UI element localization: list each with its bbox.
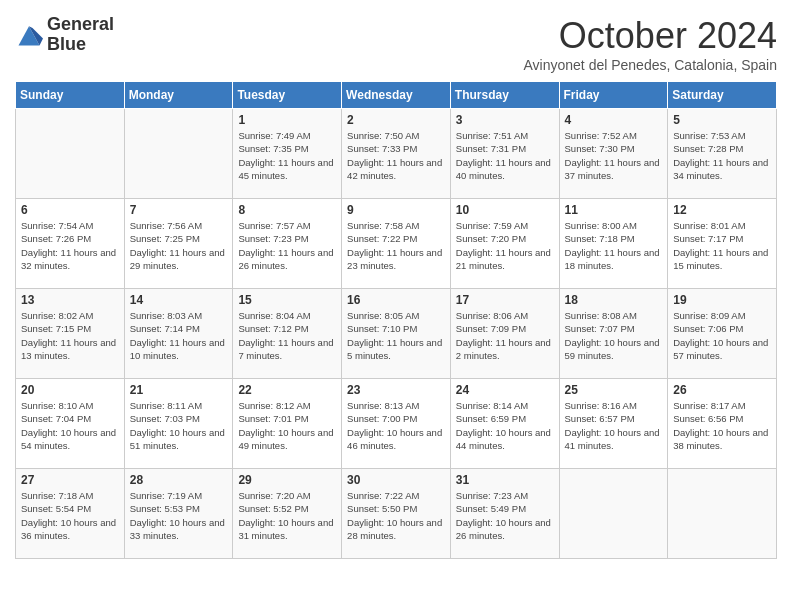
- calendar-cell: 9Sunrise: 7:58 AMSunset: 7:22 PMDaylight…: [342, 199, 451, 289]
- day-number: 6: [21, 203, 119, 217]
- day-number: 17: [456, 293, 554, 307]
- logo-icon: [15, 21, 43, 49]
- calendar-cell: [124, 109, 233, 199]
- day-number: 18: [565, 293, 663, 307]
- calendar-cell: 16Sunrise: 8:05 AMSunset: 7:10 PMDayligh…: [342, 289, 451, 379]
- day-info: Sunrise: 8:08 AMSunset: 7:07 PMDaylight:…: [565, 309, 663, 362]
- calendar-cell: 29Sunrise: 7:20 AMSunset: 5:52 PMDayligh…: [233, 469, 342, 559]
- day-number: 19: [673, 293, 771, 307]
- day-number: 24: [456, 383, 554, 397]
- day-number: 26: [673, 383, 771, 397]
- calendar-cell: 8Sunrise: 7:57 AMSunset: 7:23 PMDaylight…: [233, 199, 342, 289]
- logo-text: General Blue: [47, 15, 114, 55]
- day-info: Sunrise: 7:58 AMSunset: 7:22 PMDaylight:…: [347, 219, 445, 272]
- day-info: Sunrise: 7:52 AMSunset: 7:30 PMDaylight:…: [565, 129, 663, 182]
- day-number: 28: [130, 473, 228, 487]
- calendar-week-5: 27Sunrise: 7:18 AMSunset: 5:54 PMDayligh…: [16, 469, 777, 559]
- day-info: Sunrise: 7:23 AMSunset: 5:49 PMDaylight:…: [456, 489, 554, 542]
- day-info: Sunrise: 7:56 AMSunset: 7:25 PMDaylight:…: [130, 219, 228, 272]
- day-number: 22: [238, 383, 336, 397]
- calendar-cell: 18Sunrise: 8:08 AMSunset: 7:07 PMDayligh…: [559, 289, 668, 379]
- calendar-cell: 5Sunrise: 7:53 AMSunset: 7:28 PMDaylight…: [668, 109, 777, 199]
- day-number: 4: [565, 113, 663, 127]
- title-block: October 2024 Avinyonet del Penedes, Cata…: [524, 15, 777, 73]
- calendar-cell: 26Sunrise: 8:17 AMSunset: 6:56 PMDayligh…: [668, 379, 777, 469]
- day-info: Sunrise: 7:57 AMSunset: 7:23 PMDaylight:…: [238, 219, 336, 272]
- day-number: 5: [673, 113, 771, 127]
- calendar-cell: 22Sunrise: 8:12 AMSunset: 7:01 PMDayligh…: [233, 379, 342, 469]
- calendar-cell: 23Sunrise: 8:13 AMSunset: 7:00 PMDayligh…: [342, 379, 451, 469]
- column-header-wednesday: Wednesday: [342, 82, 451, 109]
- day-number: 15: [238, 293, 336, 307]
- calendar-cell: [16, 109, 125, 199]
- calendar-cell: 14Sunrise: 8:03 AMSunset: 7:14 PMDayligh…: [124, 289, 233, 379]
- day-number: 30: [347, 473, 445, 487]
- calendar-cell: 3Sunrise: 7:51 AMSunset: 7:31 PMDaylight…: [450, 109, 559, 199]
- calendar-cell: 11Sunrise: 8:00 AMSunset: 7:18 PMDayligh…: [559, 199, 668, 289]
- day-number: 7: [130, 203, 228, 217]
- day-number: 10: [456, 203, 554, 217]
- day-info: Sunrise: 7:53 AMSunset: 7:28 PMDaylight:…: [673, 129, 771, 182]
- calendar-cell: [668, 469, 777, 559]
- day-number: 16: [347, 293, 445, 307]
- column-header-friday: Friday: [559, 82, 668, 109]
- day-number: 13: [21, 293, 119, 307]
- day-number: 3: [456, 113, 554, 127]
- calendar-cell: 24Sunrise: 8:14 AMSunset: 6:59 PMDayligh…: [450, 379, 559, 469]
- calendar-cell: 19Sunrise: 8:09 AMSunset: 7:06 PMDayligh…: [668, 289, 777, 379]
- day-number: 27: [21, 473, 119, 487]
- calendar-cell: 13Sunrise: 8:02 AMSunset: 7:15 PMDayligh…: [16, 289, 125, 379]
- day-info: Sunrise: 8:04 AMSunset: 7:12 PMDaylight:…: [238, 309, 336, 362]
- calendar-table: SundayMondayTuesdayWednesdayThursdayFrid…: [15, 81, 777, 559]
- day-number: 1: [238, 113, 336, 127]
- calendar-cell: 10Sunrise: 7:59 AMSunset: 7:20 PMDayligh…: [450, 199, 559, 289]
- calendar-cell: 28Sunrise: 7:19 AMSunset: 5:53 PMDayligh…: [124, 469, 233, 559]
- calendar-cell: 27Sunrise: 7:18 AMSunset: 5:54 PMDayligh…: [16, 469, 125, 559]
- day-number: 29: [238, 473, 336, 487]
- day-number: 23: [347, 383, 445, 397]
- calendar-cell: 12Sunrise: 8:01 AMSunset: 7:17 PMDayligh…: [668, 199, 777, 289]
- day-info: Sunrise: 7:18 AMSunset: 5:54 PMDaylight:…: [21, 489, 119, 542]
- day-info: Sunrise: 8:00 AMSunset: 7:18 PMDaylight:…: [565, 219, 663, 272]
- day-number: 31: [456, 473, 554, 487]
- calendar-cell: 31Sunrise: 7:23 AMSunset: 5:49 PMDayligh…: [450, 469, 559, 559]
- day-info: Sunrise: 7:51 AMSunset: 7:31 PMDaylight:…: [456, 129, 554, 182]
- day-info: Sunrise: 8:12 AMSunset: 7:01 PMDaylight:…: [238, 399, 336, 452]
- day-info: Sunrise: 8:02 AMSunset: 7:15 PMDaylight:…: [21, 309, 119, 362]
- day-info: Sunrise: 7:22 AMSunset: 5:50 PMDaylight:…: [347, 489, 445, 542]
- calendar-week-3: 13Sunrise: 8:02 AMSunset: 7:15 PMDayligh…: [16, 289, 777, 379]
- logo: General Blue: [15, 15, 114, 55]
- calendar-week-1: 1Sunrise: 7:49 AMSunset: 7:35 PMDaylight…: [16, 109, 777, 199]
- day-info: Sunrise: 8:06 AMSunset: 7:09 PMDaylight:…: [456, 309, 554, 362]
- column-header-monday: Monday: [124, 82, 233, 109]
- calendar-cell: [559, 469, 668, 559]
- calendar-week-4: 20Sunrise: 8:10 AMSunset: 7:04 PMDayligh…: [16, 379, 777, 469]
- day-number: 9: [347, 203, 445, 217]
- day-number: 2: [347, 113, 445, 127]
- calendar-cell: 20Sunrise: 8:10 AMSunset: 7:04 PMDayligh…: [16, 379, 125, 469]
- calendar-cell: 30Sunrise: 7:22 AMSunset: 5:50 PMDayligh…: [342, 469, 451, 559]
- column-header-saturday: Saturday: [668, 82, 777, 109]
- day-number: 12: [673, 203, 771, 217]
- day-info: Sunrise: 8:14 AMSunset: 6:59 PMDaylight:…: [456, 399, 554, 452]
- location-subtitle: Avinyonet del Penedes, Catalonia, Spain: [524, 57, 777, 73]
- calendar-header: SundayMondayTuesdayWednesdayThursdayFrid…: [16, 82, 777, 109]
- calendar-cell: 21Sunrise: 8:11 AMSunset: 7:03 PMDayligh…: [124, 379, 233, 469]
- day-info: Sunrise: 8:16 AMSunset: 6:57 PMDaylight:…: [565, 399, 663, 452]
- day-number: 25: [565, 383, 663, 397]
- day-number: 11: [565, 203, 663, 217]
- day-info: Sunrise: 7:49 AMSunset: 7:35 PMDaylight:…: [238, 129, 336, 182]
- column-header-sunday: Sunday: [16, 82, 125, 109]
- column-header-thursday: Thursday: [450, 82, 559, 109]
- day-info: Sunrise: 7:50 AMSunset: 7:33 PMDaylight:…: [347, 129, 445, 182]
- day-info: Sunrise: 7:19 AMSunset: 5:53 PMDaylight:…: [130, 489, 228, 542]
- day-number: 14: [130, 293, 228, 307]
- calendar-cell: 7Sunrise: 7:56 AMSunset: 7:25 PMDaylight…: [124, 199, 233, 289]
- day-info: Sunrise: 7:20 AMSunset: 5:52 PMDaylight:…: [238, 489, 336, 542]
- calendar-cell: 1Sunrise: 7:49 AMSunset: 7:35 PMDaylight…: [233, 109, 342, 199]
- day-info: Sunrise: 8:05 AMSunset: 7:10 PMDaylight:…: [347, 309, 445, 362]
- day-info: Sunrise: 7:54 AMSunset: 7:26 PMDaylight:…: [21, 219, 119, 272]
- day-number: 21: [130, 383, 228, 397]
- calendar-cell: 17Sunrise: 8:06 AMSunset: 7:09 PMDayligh…: [450, 289, 559, 379]
- day-number: 20: [21, 383, 119, 397]
